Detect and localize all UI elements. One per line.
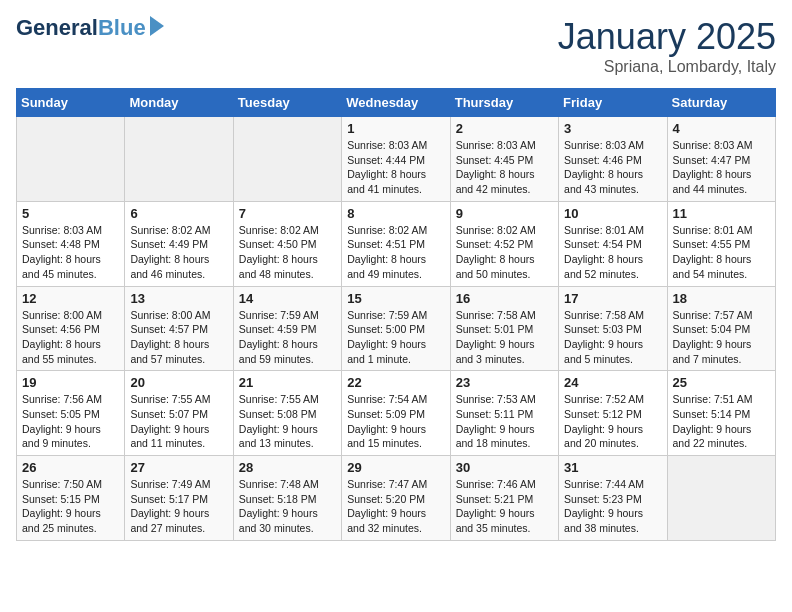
day-number: 1 [347, 121, 444, 136]
page-header: GeneralBlue January 2025 Spriana, Lombar… [16, 16, 776, 76]
calendar-cell: 10Sunrise: 8:01 AMSunset: 4:54 PMDayligh… [559, 201, 667, 286]
day-number: 13 [130, 291, 227, 306]
header-tuesday: Tuesday [233, 89, 341, 117]
cell-info: Sunrise: 7:48 AMSunset: 5:18 PMDaylight:… [239, 477, 336, 536]
calendar-cell: 19Sunrise: 7:56 AMSunset: 5:05 PMDayligh… [17, 371, 125, 456]
day-number: 16 [456, 291, 553, 306]
calendar-cell: 11Sunrise: 8:01 AMSunset: 4:55 PMDayligh… [667, 201, 775, 286]
day-number: 31 [564, 460, 661, 475]
title-block: January 2025 Spriana, Lombardy, Italy [558, 16, 776, 76]
day-number: 6 [130, 206, 227, 221]
logo-icon [150, 16, 164, 36]
cell-info: Sunrise: 7:54 AMSunset: 5:09 PMDaylight:… [347, 392, 444, 451]
header-wednesday: Wednesday [342, 89, 450, 117]
cell-info: Sunrise: 7:55 AMSunset: 5:07 PMDaylight:… [130, 392, 227, 451]
location: Spriana, Lombardy, Italy [558, 58, 776, 76]
cell-info: Sunrise: 7:44 AMSunset: 5:23 PMDaylight:… [564, 477, 661, 536]
header-sunday: Sunday [17, 89, 125, 117]
day-number: 24 [564, 375, 661, 390]
day-number: 22 [347, 375, 444, 390]
calendar-cell: 9Sunrise: 8:02 AMSunset: 4:52 PMDaylight… [450, 201, 558, 286]
calendar-cell: 1Sunrise: 8:03 AMSunset: 4:44 PMDaylight… [342, 117, 450, 202]
day-number: 4 [673, 121, 770, 136]
cell-info: Sunrise: 8:03 AMSunset: 4:45 PMDaylight:… [456, 138, 553, 197]
day-number: 29 [347, 460, 444, 475]
cell-info: Sunrise: 8:02 AMSunset: 4:50 PMDaylight:… [239, 223, 336, 282]
calendar-cell: 15Sunrise: 7:59 AMSunset: 5:00 PMDayligh… [342, 286, 450, 371]
calendar-cell: 4Sunrise: 8:03 AMSunset: 4:47 PMDaylight… [667, 117, 775, 202]
day-number: 3 [564, 121, 661, 136]
cell-info: Sunrise: 7:56 AMSunset: 5:05 PMDaylight:… [22, 392, 119, 451]
cell-info: Sunrise: 7:57 AMSunset: 5:04 PMDaylight:… [673, 308, 770, 367]
calendar-cell: 8Sunrise: 8:02 AMSunset: 4:51 PMDaylight… [342, 201, 450, 286]
header-friday: Friday [559, 89, 667, 117]
cell-info: Sunrise: 8:00 AMSunset: 4:56 PMDaylight:… [22, 308, 119, 367]
week-row-3: 12Sunrise: 8:00 AMSunset: 4:56 PMDayligh… [17, 286, 776, 371]
day-number: 19 [22, 375, 119, 390]
cell-info: Sunrise: 7:53 AMSunset: 5:11 PMDaylight:… [456, 392, 553, 451]
day-number: 28 [239, 460, 336, 475]
cell-info: Sunrise: 8:00 AMSunset: 4:57 PMDaylight:… [130, 308, 227, 367]
day-number: 12 [22, 291, 119, 306]
calendar-cell: 14Sunrise: 7:59 AMSunset: 4:59 PMDayligh… [233, 286, 341, 371]
calendar-cell: 30Sunrise: 7:46 AMSunset: 5:21 PMDayligh… [450, 456, 558, 541]
day-number: 15 [347, 291, 444, 306]
day-number: 25 [673, 375, 770, 390]
calendar-cell: 17Sunrise: 7:58 AMSunset: 5:03 PMDayligh… [559, 286, 667, 371]
cell-info: Sunrise: 8:01 AMSunset: 4:55 PMDaylight:… [673, 223, 770, 282]
calendar-table: SundayMondayTuesdayWednesdayThursdayFrid… [16, 88, 776, 541]
month-title: January 2025 [558, 16, 776, 58]
calendar-cell [125, 117, 233, 202]
calendar-cell: 13Sunrise: 8:00 AMSunset: 4:57 PMDayligh… [125, 286, 233, 371]
cell-info: Sunrise: 7:47 AMSunset: 5:20 PMDaylight:… [347, 477, 444, 536]
calendar-cell: 18Sunrise: 7:57 AMSunset: 5:04 PMDayligh… [667, 286, 775, 371]
calendar-cell: 24Sunrise: 7:52 AMSunset: 5:12 PMDayligh… [559, 371, 667, 456]
calendar-cell: 28Sunrise: 7:48 AMSunset: 5:18 PMDayligh… [233, 456, 341, 541]
day-number: 11 [673, 206, 770, 221]
cell-info: Sunrise: 8:01 AMSunset: 4:54 PMDaylight:… [564, 223, 661, 282]
calendar-cell: 5Sunrise: 8:03 AMSunset: 4:48 PMDaylight… [17, 201, 125, 286]
calendar-cell: 27Sunrise: 7:49 AMSunset: 5:17 PMDayligh… [125, 456, 233, 541]
calendar-cell: 6Sunrise: 8:02 AMSunset: 4:49 PMDaylight… [125, 201, 233, 286]
day-number: 30 [456, 460, 553, 475]
calendar-cell: 25Sunrise: 7:51 AMSunset: 5:14 PMDayligh… [667, 371, 775, 456]
cell-info: Sunrise: 8:02 AMSunset: 4:51 PMDaylight:… [347, 223, 444, 282]
day-number: 2 [456, 121, 553, 136]
cell-info: Sunrise: 8:02 AMSunset: 4:49 PMDaylight:… [130, 223, 227, 282]
calendar-cell [17, 117, 125, 202]
calendar-cell: 31Sunrise: 7:44 AMSunset: 5:23 PMDayligh… [559, 456, 667, 541]
day-number: 21 [239, 375, 336, 390]
logo-text: GeneralBlue [16, 16, 146, 40]
week-row-2: 5Sunrise: 8:03 AMSunset: 4:48 PMDaylight… [17, 201, 776, 286]
day-number: 18 [673, 291, 770, 306]
header-monday: Monday [125, 89, 233, 117]
calendar-cell: 7Sunrise: 8:02 AMSunset: 4:50 PMDaylight… [233, 201, 341, 286]
day-number: 17 [564, 291, 661, 306]
logo: GeneralBlue [16, 16, 164, 40]
cell-info: Sunrise: 7:50 AMSunset: 5:15 PMDaylight:… [22, 477, 119, 536]
day-number: 23 [456, 375, 553, 390]
calendar-cell: 22Sunrise: 7:54 AMSunset: 5:09 PMDayligh… [342, 371, 450, 456]
calendar-cell: 21Sunrise: 7:55 AMSunset: 5:08 PMDayligh… [233, 371, 341, 456]
cell-info: Sunrise: 7:58 AMSunset: 5:01 PMDaylight:… [456, 308, 553, 367]
day-number: 26 [22, 460, 119, 475]
day-number: 9 [456, 206, 553, 221]
cell-info: Sunrise: 7:49 AMSunset: 5:17 PMDaylight:… [130, 477, 227, 536]
day-number: 10 [564, 206, 661, 221]
cell-info: Sunrise: 7:59 AMSunset: 4:59 PMDaylight:… [239, 308, 336, 367]
calendar-cell: 12Sunrise: 8:00 AMSunset: 4:56 PMDayligh… [17, 286, 125, 371]
cell-info: Sunrise: 7:52 AMSunset: 5:12 PMDaylight:… [564, 392, 661, 451]
day-number: 20 [130, 375, 227, 390]
calendar-cell: 26Sunrise: 7:50 AMSunset: 5:15 PMDayligh… [17, 456, 125, 541]
week-row-4: 19Sunrise: 7:56 AMSunset: 5:05 PMDayligh… [17, 371, 776, 456]
calendar-cell: 3Sunrise: 8:03 AMSunset: 4:46 PMDaylight… [559, 117, 667, 202]
cell-info: Sunrise: 8:02 AMSunset: 4:52 PMDaylight:… [456, 223, 553, 282]
day-number: 7 [239, 206, 336, 221]
header-thursday: Thursday [450, 89, 558, 117]
day-number: 8 [347, 206, 444, 221]
calendar-cell [667, 456, 775, 541]
week-row-1: 1Sunrise: 8:03 AMSunset: 4:44 PMDaylight… [17, 117, 776, 202]
cell-info: Sunrise: 8:03 AMSunset: 4:46 PMDaylight:… [564, 138, 661, 197]
calendar-cell: 23Sunrise: 7:53 AMSunset: 5:11 PMDayligh… [450, 371, 558, 456]
day-number: 14 [239, 291, 336, 306]
